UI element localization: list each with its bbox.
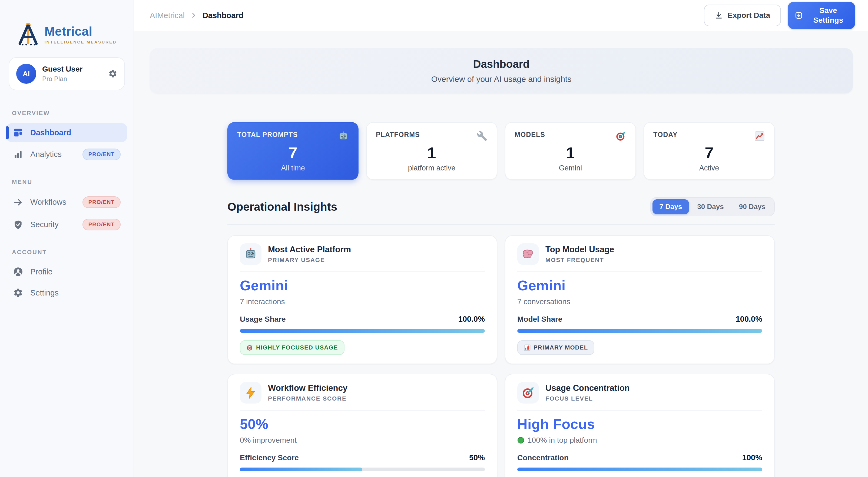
page-scroll-area[interactable]: Dashboard Overview of your AI usage and … [134,31,868,477]
app-logo: Metrical INTELLIGENCE MEASURED [0,15,133,55]
sidebar: Metrical INTELLIGENCE MEASURED AI Guest … [0,0,134,477]
card-sub: 100% in top platform [517,436,762,445]
nav-section-overview: OVERVIEW [0,110,133,117]
card-sub: 0% improvement [240,436,485,445]
card-value: 50% [240,416,485,432]
sidebar-item-label: Security [30,220,75,229]
meta-value: 100.0% [458,315,485,323]
time-range-switch: 7 Days 30 Days 90 Days [650,197,775,216]
insight-card-top-model-usage: Top Model Usage MOST FREQUENT Gemini 7 c… [505,235,775,364]
sidebar-item-label: Workflows [30,198,75,207]
target-icon [517,382,539,404]
sidebar-item-settings[interactable]: Settings [6,283,127,302]
stat-value: 1 [376,144,488,162]
stat-sub: Gemini [515,164,626,172]
meta-value: 50% [469,453,485,462]
sidebar-item-label: Settings [30,288,121,297]
breadcrumb-current: Dashboard [203,11,243,20]
stat-label: PLATFORMS [376,131,420,139]
stat-value: 7 [237,144,349,162]
breadcrumb-root[interactable]: AIMetrical [150,11,185,20]
stat-card-total-prompts: TOTAL PROMPTS 7 All time [227,122,359,180]
progress-fill [517,468,762,471]
arrow-right-icon [13,197,23,207]
wrench-icon [477,131,488,141]
pro-ent-badge: PRO/ENT [83,219,121,230]
insight-card-usage-concentration: Usage Concentration FOCUS LEVEL High Foc… [505,374,775,477]
range-30-days-button[interactable]: 30 Days [690,199,731,214]
divider [517,410,762,411]
target-icon [615,131,626,141]
brand-tagline: INTELLIGENCE MEASURED [44,40,117,44]
gear-icon[interactable] [108,69,117,78]
progress-bar [517,329,762,333]
card-subtitle: MOST FREQUENT [546,257,614,264]
progress-bar [517,468,762,471]
export-data-button[interactable]: Export Data [704,5,781,26]
download-icon [715,11,723,20]
sidebar-item-security[interactable]: Security PRO/ENT [6,214,127,235]
sidebar-item-workflows[interactable]: Workflows PRO/ENT [6,192,127,212]
section-divider [227,225,775,225]
sidebar-item-profile[interactable]: Profile [6,262,127,281]
stat-card-models: MODELS 1 Gemini [505,122,636,180]
meta-label: Usage Share [240,315,286,323]
card-value: Gemini [240,277,485,294]
antenna-a-icon [17,22,39,46]
save-settings-button[interactable]: Save Settings [788,2,855,29]
gear-icon [13,288,23,298]
brand-name: Metrical [44,24,117,39]
chart-up-icon [754,131,765,141]
progress-fill [240,468,362,471]
export-data-label: Export Data [728,11,770,20]
page-hero: Dashboard Overview of your AI usage and … [150,48,853,94]
card-value: High Focus [517,416,762,432]
bar-chart-icon [524,344,531,351]
divider [240,271,485,272]
card-title: Usage Concentration [546,383,630,393]
card-subtitle: PRIMARY USAGE [268,257,351,264]
dashboard-icon [13,128,23,138]
card-subtitle: FOCUS LEVEL [546,395,630,402]
card-title: Most Active Platform [268,245,351,254]
sidebar-nav: OVERVIEW Dashboard [0,96,133,304]
analytics-bars-icon [13,149,23,160]
stats-row: TOTAL PROMPTS 7 All time [227,122,775,180]
insight-card-workflow-efficiency: Workflow Efficiency PERFORMANCE SCORE 50… [227,374,497,477]
nav-section-account: ACCOUNT [0,249,133,256]
breadcrumb: AIMetrical Dashboard [150,11,243,20]
shield-check-icon [13,219,23,230]
status-badge: PRIMARY MODEL [517,340,594,355]
sidebar-item-label: Dashboard [30,128,121,137]
card-sub: 7 interactions [240,297,485,306]
sidebar-item-dashboard[interactable]: Dashboard [6,123,127,142]
brain-icon [517,243,539,265]
meta-label: Concentration [517,453,569,462]
sidebar-item-label: Analytics [30,150,75,159]
meta-label: Efficiency Score [240,453,299,462]
stat-value: 1 [515,144,626,162]
stat-card-platforms: PLATFORMS 1 platform active [366,122,497,180]
range-7-days-button[interactable]: 7 Days [652,199,689,214]
insight-card-most-active-platform: Most Active Platform PRIMARY USAGE Gemin… [227,235,497,364]
stat-sub: All time [237,164,349,172]
section-title: Operational Insights [227,200,337,213]
stat-sub: Active [653,164,765,172]
stat-card-today: TODAY 7 Active [644,122,775,180]
card-value: Gemini [517,277,762,294]
pro-ent-badge: PRO/ENT [83,148,121,160]
user-plan: Pro Plan [42,75,102,83]
robot-icon [338,131,349,141]
badge-label: HIGHLY FOCUSED USAGE [256,344,338,351]
progress-fill [240,329,485,333]
range-90-days-button[interactable]: 90 Days [732,199,773,214]
pro-ent-badge: PRO/ENT [83,196,121,208]
sidebar-item-analytics[interactable]: Analytics PRO/ENT [6,144,127,165]
page-title: Dashboard [473,58,530,70]
user-name: Guest User [42,65,102,73]
progress-fill [517,329,762,333]
card-title: Workflow Efficiency [268,383,347,393]
progress-bar [240,468,485,471]
status-badge: HIGHLY FOCUSED USAGE [240,340,344,355]
page-subtitle: Overview of your AI usage and insights [431,74,571,84]
